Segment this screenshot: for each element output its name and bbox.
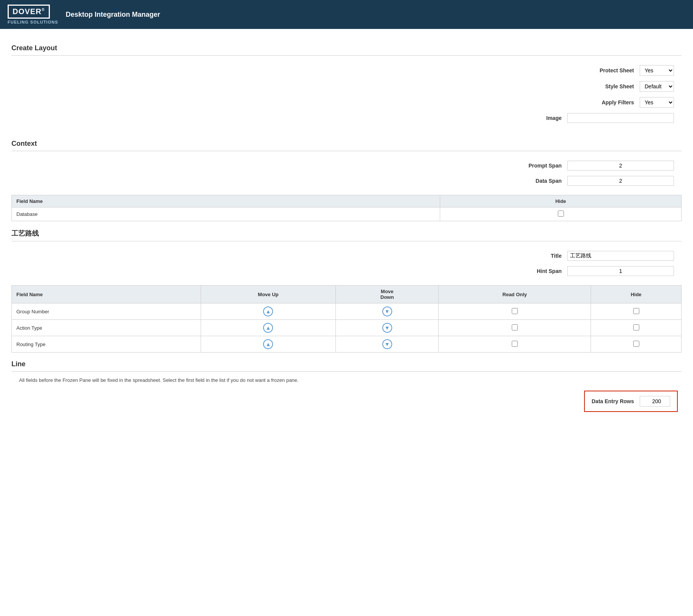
hint-span-input[interactable]: 1 [567, 266, 674, 276]
action-type-move-up-button[interactable]: ▲ [263, 323, 273, 333]
table-row: Routing Type ▲ ▼ [12, 336, 682, 353]
gongyi-header: 工艺路线 [11, 229, 682, 241]
routing-type-hide-checkbox[interactable] [633, 341, 639, 347]
gongyi-col-move-up: Move Up [201, 286, 335, 303]
routing-type-move-up-button[interactable]: ▲ [263, 339, 273, 349]
context-header: Context [11, 140, 682, 151]
apply-filters-select[interactable]: Yes No [640, 97, 674, 108]
main-content: Create Layout Protect Sheet Yes No Style… [0, 29, 693, 420]
gongyi-form: Title 工艺路线 Hint Span 1 [11, 247, 682, 285]
gongyi-field-action-type: Action Type [12, 320, 201, 336]
action-type-hide-cell [591, 320, 682, 336]
action-type-hide-checkbox[interactable] [633, 324, 639, 330]
group-number-read-only-checkbox[interactable] [512, 308, 518, 314]
group-number-read-only-cell [439, 303, 591, 320]
group-number-hide-cell [591, 303, 682, 320]
routing-type-hide-cell [591, 336, 682, 353]
action-type-move-up-cell: ▲ [201, 320, 335, 336]
context-col-field-name: Field Name [12, 195, 440, 207]
group-number-move-down-cell: ▼ [336, 303, 439, 320]
protect-sheet-row: Protect Sheet Yes No [11, 65, 682, 76]
style-sheet-select[interactable]: Default [640, 81, 674, 92]
group-number-move-up-button[interactable]: ▲ [263, 306, 273, 316]
gongyi-col-move-down: MoveDown [336, 286, 439, 303]
data-span-row: Data Span 2 [11, 176, 682, 186]
action-type-read-only-cell [439, 320, 591, 336]
context-field-database: Database [12, 207, 440, 221]
prompt-span-row: Prompt Span 2 [11, 161, 682, 171]
gongyi-field-group-number: Group Number [12, 303, 201, 320]
routing-type-read-only-cell [439, 336, 591, 353]
table-row: Group Number ▲ ▼ [12, 303, 682, 320]
group-number-hide-checkbox[interactable] [633, 308, 639, 314]
gongyi-col-field-name: Field Name [12, 286, 201, 303]
line-note: All fields before the Frozen Pane will b… [19, 377, 682, 383]
gongyi-col-hide: Hide [591, 286, 682, 303]
style-sheet-row: Style Sheet Default [11, 81, 682, 92]
line-section-header: Line [11, 360, 682, 372]
data-entry-rows-container: Data Entry Rows 200 [11, 391, 682, 412]
data-entry-rows-label: Data Entry Rows [592, 398, 634, 404]
prompt-span-input[interactable]: 2 [567, 161, 674, 171]
group-number-move-up-cell: ▲ [201, 303, 335, 320]
app-header: DOVER FUELING SOLUTIONS Desktop Integrat… [0, 0, 693, 29]
context-hide-cell [440, 207, 682, 221]
action-type-move-down-button[interactable]: ▼ [382, 323, 392, 333]
hint-span-label: Hint Span [516, 268, 562, 274]
table-row: Database [12, 207, 682, 221]
hint-span-row: Hint Span 1 [11, 266, 682, 276]
create-layout-header: Create Layout [11, 44, 682, 56]
data-entry-rows-input[interactable]: 200 [640, 396, 670, 407]
app-title: Desktop Integration Manager [66, 11, 160, 19]
create-layout-form: Protect Sheet Yes No Style Sheet Default… [11, 61, 682, 132]
action-type-move-down-cell: ▼ [336, 320, 439, 336]
data-entry-rows-box: Data Entry Rows 200 [584, 391, 678, 412]
context-col-hide: Hide [440, 195, 682, 207]
routing-type-move-down-cell: ▼ [336, 336, 439, 353]
action-type-read-only-checkbox[interactable] [512, 324, 518, 330]
routing-type-move-up-cell: ▲ [201, 336, 335, 353]
apply-filters-label: Apply Filters [588, 99, 634, 105]
logo: DOVER [8, 5, 50, 19]
data-span-input[interactable]: 2 [567, 176, 674, 186]
context-database-hide-checkbox[interactable] [558, 211, 564, 217]
apply-filters-row: Apply Filters Yes No [11, 97, 682, 108]
gongyi-col-read-only: Read Only [439, 286, 591, 303]
gongyi-table: Field Name Move Up MoveDown Read Only Hi… [11, 285, 682, 353]
routing-type-read-only-checkbox[interactable] [512, 341, 518, 347]
title-label: Title [516, 253, 562, 259]
protect-sheet-select[interactable]: Yes No [640, 65, 674, 76]
title-row: Title 工艺路线 [11, 251, 682, 261]
style-sheet-label: Style Sheet [588, 83, 634, 89]
context-table: Field Name Hide Database [11, 195, 682, 221]
routing-type-move-down-button[interactable]: ▼ [382, 339, 392, 349]
logo-subtitle: FUELING SOLUTIONS [8, 20, 58, 24]
image-row: Image [11, 113, 682, 123]
data-span-label: Data Span [516, 178, 562, 184]
title-input[interactable]: 工艺路线 [567, 251, 674, 261]
context-form: Prompt Span 2 Data Span 2 [11, 157, 682, 195]
image-input[interactable] [567, 113, 674, 123]
gongyi-field-routing-type: Routing Type [12, 336, 201, 353]
image-label: Image [516, 115, 562, 121]
table-row: Action Type ▲ ▼ [12, 320, 682, 336]
group-number-move-down-button[interactable]: ▼ [382, 306, 392, 316]
prompt-span-label: Prompt Span [516, 163, 562, 169]
logo-area: DOVER FUELING SOLUTIONS [8, 5, 58, 24]
protect-sheet-label: Protect Sheet [588, 67, 634, 73]
